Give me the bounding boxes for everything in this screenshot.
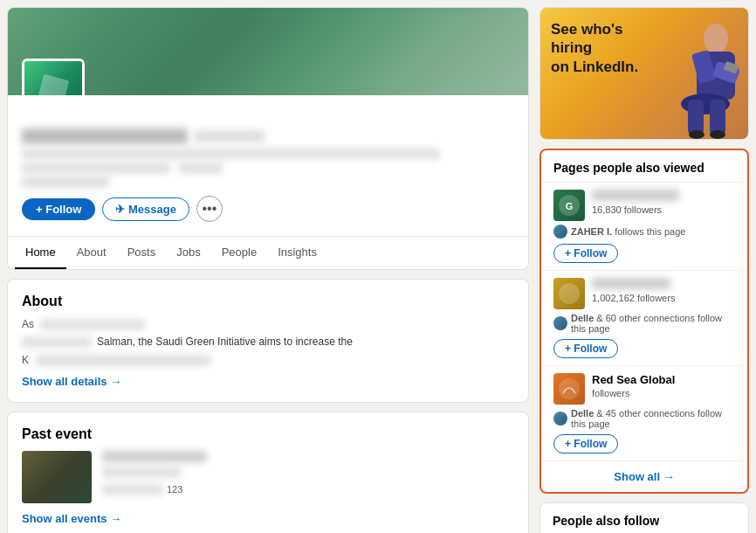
avatar-mini-3 [553, 412, 567, 426]
about-text-salman: Salman, the Saudi Green Initiative aims … [97, 336, 353, 348]
follow-btn-1[interactable]: + Follow [553, 244, 618, 263]
more-options-button[interactable]: ••• [196, 196, 223, 222]
follow-btn-3[interactable]: + Follow [553, 434, 618, 453]
page-logo-icon-1: G [556, 192, 582, 218]
avatar-mini-1 [553, 225, 567, 239]
follower-name-1: ZAHER I. [571, 226, 612, 237]
event-title [102, 451, 207, 462]
profile-tagline [22, 149, 440, 159]
svg-point-13 [559, 378, 580, 399]
people-follow-section: People also follow i15Tech [540, 502, 749, 533]
profile-verified [195, 130, 265, 142]
nav-home[interactable]: Home [15, 237, 66, 269]
event-sub [102, 467, 181, 477]
svg-point-12 [559, 283, 580, 304]
avatar-mini-2 [553, 316, 567, 330]
svg-rect-7 [710, 100, 725, 135]
ad-line1: See who's hiring [551, 21, 622, 56]
follower-name-2: Delle [571, 313, 594, 323]
about-text: As [22, 318, 514, 330]
ad-image: See who's hiring on LinkedIn. [540, 8, 748, 139]
connection-text-1: ZAHER I. follows this page [571, 226, 685, 237]
page-meta-1: 16,830 followers [592, 190, 735, 218]
pages-header: Pages people also viewed [541, 150, 747, 182]
page-name-3: Red Sea Global [592, 373, 735, 386]
about-text-prefix: As [22, 318, 34, 330]
profile-nav: Home About Posts Jobs People Insights [8, 236, 528, 269]
show-all-pages[interactable]: Show all → [541, 460, 747, 492]
event-thumbnail [22, 451, 92, 503]
profile-location [22, 163, 170, 173]
page-item-1: G 16,830 followers ZAHER I. follows this… [541, 182, 747, 270]
pages-section: Pages people also viewed G 16,830 follow… [540, 149, 749, 494]
page-item-top-3: Red Sea Global followers [553, 373, 735, 405]
follower-suffix-1: follows this page [615, 226, 685, 237]
follower-suffix-3: & 45 other connections follow this page [571, 408, 722, 429]
about-blur-2a [22, 337, 92, 347]
svg-text:G: G [566, 201, 574, 211]
nav-insights[interactable]: Insights [267, 237, 327, 269]
profile-actions: + Follow ✈ Message ••• [22, 196, 514, 222]
svg-point-0 [704, 24, 728, 53]
event-info: 123 [102, 451, 514, 495]
profile-meta [22, 163, 514, 173]
profile-followers [22, 177, 109, 187]
event-date-row: 123 [102, 484, 514, 495]
page-followers-2: 1,002,162 followers [592, 293, 735, 303]
connection-row-3: Delle & 45 other connections follow this… [553, 408, 735, 429]
page-item-top-1: G 16,830 followers [553, 190, 735, 221]
ad-card: See who's hiring on LinkedIn. [540, 7, 749, 140]
nav-jobs[interactable]: Jobs [166, 237, 210, 269]
profile-info: + Follow ✈ Message ••• [8, 95, 528, 236]
follower-suffix-2: & 60 other connections follow this page [571, 313, 722, 334]
people-follow-title: People also follow [553, 514, 736, 528]
page-meta-2: 1,002,162 followers [592, 278, 735, 307]
past-event-card: Past event 123 Show all events → [7, 412, 529, 533]
ad-figure-icon [644, 12, 745, 139]
page-followers-3: followers [592, 388, 735, 398]
message-button[interactable]: ✈ Message [102, 197, 189, 221]
main-content: + Follow ✈ Message ••• Home About Posts … [7, 7, 529, 533]
ad-line2: on LinkedIn. [551, 59, 638, 75]
profile-name-row [22, 128, 514, 144]
svg-rect-6 [688, 100, 704, 135]
follower-name-3: Delle [571, 408, 594, 419]
connection-row-1: ZAHER I. follows this page [553, 225, 735, 239]
follow-button[interactable]: + Follow [22, 198, 95, 220]
page-logo-icon-2 [556, 280, 582, 307]
page-logo-icon-3 [556, 376, 582, 402]
about-text-blurred-1 [40, 320, 145, 329]
profile-name [22, 128, 188, 144]
svg-point-8 [689, 130, 704, 139]
ellipsis-icon: ••• [203, 201, 217, 217]
nav-about[interactable]: About [66, 237, 117, 269]
right-sidebar: See who's hiring on LinkedIn. [540, 7, 749, 533]
about-row-3: K [22, 352, 514, 366]
about-row-2: Salman, the Saudi Green Initiative aims … [22, 336, 514, 348]
nav-posts[interactable]: Posts [117, 237, 167, 269]
event-row: 123 [22, 451, 514, 503]
event-meta [102, 467, 514, 481]
page-item-top-2: 1,002,162 followers [553, 278, 735, 309]
company-logo [22, 59, 85, 95]
page-name-2 [592, 278, 670, 289]
about-card: About As Salman, the Saudi Green Initiat… [7, 279, 529, 403]
page-item-2: 1,002,162 followers Delle & 60 other con… [541, 270, 747, 365]
ad-headline-text: See who's hiring on LinkedIn. [551, 20, 656, 76]
about-blur-3 [36, 356, 210, 365]
about-title: About [22, 294, 514, 309]
event-date-number: 123 [167, 484, 182, 495]
connection-text-3: Delle & 45 other connections follow this… [571, 408, 735, 429]
event-date [102, 485, 163, 495]
past-event-title: Past event [22, 426, 514, 442]
connection-row-2: Delle & 60 other connections follow this… [553, 313, 735, 334]
show-all-events[interactable]: Show all events → [22, 512, 514, 525]
profile-extra [179, 163, 223, 173]
follow-btn-2[interactable]: + Follow [553, 339, 618, 358]
svg-point-9 [710, 130, 725, 139]
about-letter-k: K [22, 354, 29, 366]
nav-people[interactable]: People [211, 237, 267, 269]
show-all-details[interactable]: Show all details → [22, 375, 514, 388]
profile-card: + Follow ✈ Message ••• Home About Posts … [7, 7, 529, 270]
page-item-3: Red Sea Global followers Delle & 45 othe… [541, 365, 747, 460]
